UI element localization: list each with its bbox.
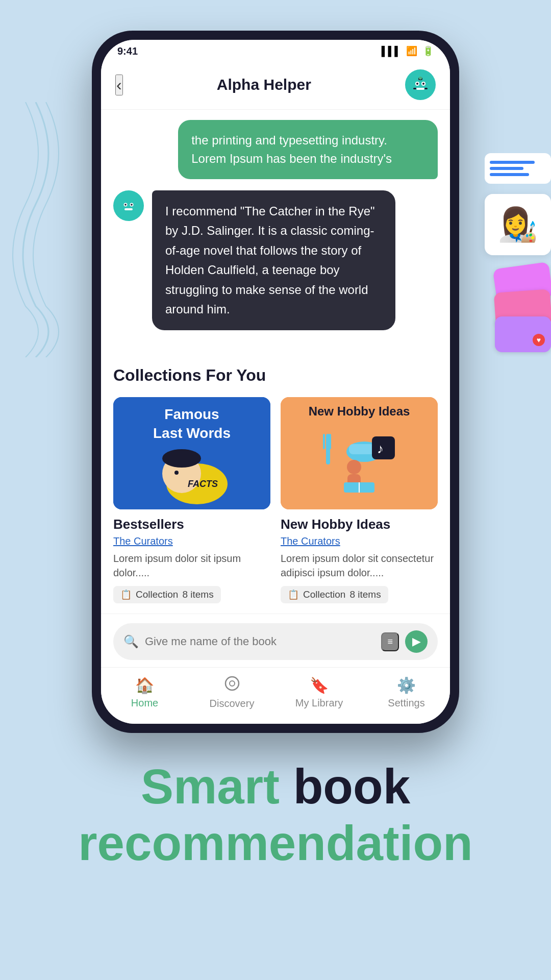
bot-avatar-button[interactable] xyxy=(405,69,436,100)
collection-cover-hobby: New Hobby Ideas xyxy=(281,397,438,509)
bot-chat-avatar xyxy=(113,190,144,221)
collection-icon-2: 📋 xyxy=(288,589,299,600)
home-icon: 🏠 xyxy=(135,676,154,694)
deco-lines-card xyxy=(485,153,551,184)
menu-icon-button[interactable]: ≡ xyxy=(381,632,399,651)
send-arrow-icon: ▶ xyxy=(405,630,428,653)
deco-stacked-cards: ♥ xyxy=(485,265,551,352)
svg-point-28 xyxy=(347,460,361,474)
tagline-part2b: book xyxy=(293,759,410,814)
collections-grid: FamousLast Words xyxy=(113,397,438,603)
bot-message-bubble: I recommend "The Catcher in the Rye" by … xyxy=(152,190,395,330)
svg-point-19 xyxy=(174,471,179,475)
status-time: 9:41 xyxy=(117,45,138,57)
svg-point-10 xyxy=(117,194,140,217)
tagline-part1: Smart xyxy=(141,759,280,814)
settings-icon: ⚙️ xyxy=(397,676,416,694)
search-icon: 🔍 xyxy=(123,634,139,649)
card-bestsellers-name: Bestsellers xyxy=(113,517,270,532)
collection-cover-bestsellers: FamousLast Words xyxy=(113,397,270,509)
badge-label-2: Collection xyxy=(303,589,345,600)
status-icons: ▌▌▌ 📶 🔋 xyxy=(382,45,434,57)
card-hobby-desc: Lorem ipsum dolor sit consectetur adipis… xyxy=(281,551,438,580)
card-hobby-name: New Hobby Ideas xyxy=(281,517,438,532)
bottom-navigation: 🏠 Home Discovery 🔖 My Library xyxy=(101,667,450,724)
nav-label-library: My Library xyxy=(295,697,343,709)
svg-point-4 xyxy=(422,83,424,85)
app-header: ‹ Alpha Helper xyxy=(101,62,450,110)
search-input[interactable] xyxy=(145,635,375,648)
phone-wrapper: 9:41 ▌▌▌ 📶 🔋 ‹ Alpha Helper xyxy=(92,31,459,733)
svg-rect-6 xyxy=(413,88,416,89)
search-bar: 🔍 ≡ ▶ xyxy=(101,614,450,667)
bot-message-container: I recommend "The Catcher in the Rye" by … xyxy=(113,190,438,330)
back-button[interactable]: ‹ xyxy=(115,75,123,95)
svg-point-9 xyxy=(419,77,422,80)
svg-rect-7 xyxy=(424,88,428,89)
send-button[interactable]: ▶ xyxy=(405,630,428,653)
nav-label-discovery: Discovery xyxy=(210,698,255,709)
card-bestsellers-curator[interactable]: The Curators xyxy=(113,535,270,547)
svg-point-3 xyxy=(416,83,418,85)
svg-point-13 xyxy=(124,204,127,206)
signal-icon: ▌▌▌ xyxy=(382,46,401,57)
library-icon: 🔖 xyxy=(310,676,329,694)
battery-icon: 🔋 xyxy=(422,45,434,57)
wifi-icon: 📶 xyxy=(406,45,417,57)
right-decoration: 👩‍🎨 ♥ xyxy=(485,153,551,352)
nav-label-home: Home xyxy=(131,697,158,709)
svg-rect-23 xyxy=(329,434,331,449)
nav-item-settings[interactable]: ⚙️ Settings xyxy=(376,676,437,709)
card-bestsellers-badge: 📋 Collection 8 items xyxy=(113,586,221,603)
collection-icon: 📋 xyxy=(120,589,132,600)
collection-card-bestsellers[interactable]: FamousLast Words xyxy=(113,397,270,603)
section-title: Collections For You xyxy=(113,366,438,385)
svg-rect-15 xyxy=(124,208,133,210)
phone-screen: 9:41 ▌▌▌ 📶 🔋 ‹ Alpha Helper xyxy=(101,40,450,724)
badge-count: 8 items xyxy=(182,589,213,600)
badge-label: Collection xyxy=(136,589,178,600)
nav-item-library[interactable]: 🔖 My Library xyxy=(289,676,350,709)
svg-point-33 xyxy=(230,681,235,686)
svg-rect-25 xyxy=(349,444,374,454)
chat-area: the printing and typesetting industry. L… xyxy=(101,110,450,352)
svg-rect-5 xyxy=(416,88,424,90)
user-message-text: the printing and typesetting industry. L… xyxy=(191,133,392,165)
badge-count-2: 8 items xyxy=(349,589,381,600)
search-input-wrapper: 🔍 ≡ ▶ xyxy=(113,623,438,660)
svg-point-14 xyxy=(131,204,133,206)
nav-label-settings: Settings xyxy=(388,697,424,709)
tagline-text: Smart book recommendation xyxy=(78,758,472,871)
user-message-bubble: the printing and typesetting industry. L… xyxy=(178,120,438,179)
collection-card-hobby[interactable]: New Hobby Ideas xyxy=(281,397,438,603)
tagline-part3: recommendation xyxy=(78,816,472,870)
status-bar: 9:41 ▌▌▌ 📶 🔋 xyxy=(101,40,450,62)
svg-point-18 xyxy=(162,449,201,468)
deco-girl-card: 👩‍🎨 xyxy=(485,194,551,255)
tagline-section: Smart book recommendation xyxy=(47,758,503,871)
app-title: Alpha Helper xyxy=(217,76,311,93)
card-hobby-badge: 📋 Collection 8 items xyxy=(281,586,388,603)
bot-face-icon xyxy=(407,71,434,99)
card-bestsellers-desc: Lorem ipsum dolor sit ipsum dolor..... xyxy=(113,551,270,580)
nav-item-home[interactable]: 🏠 Home xyxy=(114,676,176,709)
card-hobby-curator[interactable]: The Curators xyxy=(281,535,438,547)
nav-item-discovery[interactable]: Discovery xyxy=(202,676,263,709)
svg-rect-22 xyxy=(323,434,325,449)
svg-point-32 xyxy=(226,677,239,690)
discovery-icon xyxy=(224,676,240,695)
collections-section: Collections For You FamousLast Words xyxy=(101,352,450,614)
bot-message-text: I recommend "The Catcher in the Rye" by … xyxy=(165,204,375,316)
phone-frame: 9:41 ▌▌▌ 📶 🔋 ‹ Alpha Helper xyxy=(92,31,459,733)
svg-text:FACTS: FACTS xyxy=(188,479,218,489)
svg-text:♪: ♪ xyxy=(377,441,384,456)
